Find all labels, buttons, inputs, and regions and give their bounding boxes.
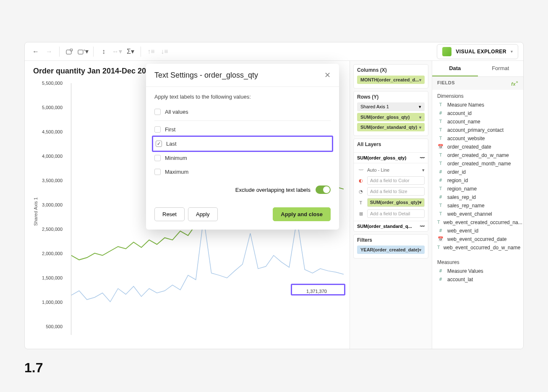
color-icon: ◐	[357, 177, 365, 184]
field-item[interactable]: Taccount_primary_contact	[432, 126, 523, 134]
filter-pill[interactable]: YEAR(order_created_date)▾	[357, 246, 425, 254]
resize-icon[interactable]: ↔▾	[111, 46, 123, 57]
field-label: order_id	[447, 169, 466, 175]
modal-title: Text Settings - order_gloss_qty	[154, 71, 258, 80]
sort-desc-icon[interactable]: ↓≡	[159, 46, 170, 57]
checkbox-last[interactable]: Last	[156, 137, 329, 151]
field-label: web_event_channel	[447, 211, 492, 217]
mark-type-selector[interactable]: 〰Auto - Line▾	[357, 165, 425, 175]
svg-text:×: ×	[84, 49, 85, 52]
tab-format[interactable]: Format	[478, 61, 524, 76]
color-field[interactable]: Add a field to Color	[367, 176, 425, 185]
field-label: account_id	[447, 110, 472, 116]
filters-header: Filters	[357, 237, 425, 243]
field-item[interactable]: Tweb_event_created_occurred_na...	[432, 218, 523, 227]
shared-axis-label[interactable]: Shared Axis 1▾	[357, 102, 425, 111]
data-panel: Data Format FIELDS fx+ Dimensions TMeasu…	[432, 61, 523, 349]
text-field[interactable]: SUM(order_gloss_qty)▾	[367, 198, 425, 207]
number-icon: #	[437, 268, 444, 274]
field-label: sales_rep_id	[447, 194, 476, 200]
checkbox-all-values[interactable]: All values	[154, 105, 331, 119]
field-item[interactable]: Tweb_event_occurred_do_w_name	[432, 243, 523, 252]
field-item[interactable]: TMeasure Names	[432, 101, 523, 109]
checkbox-minimum[interactable]: Minimum	[154, 151, 331, 165]
measures-header: Measures	[432, 256, 523, 267]
checkbox-maximum[interactable]: Maximum	[154, 165, 331, 179]
highlight-last-value	[291, 284, 345, 295]
field-label: web_event_id	[447, 228, 478, 234]
add-panel-icon[interactable]: +	[64, 46, 76, 57]
y-tick: 4,000,000	[42, 154, 63, 159]
text-icon: T	[437, 211, 444, 217]
number-icon: #	[437, 178, 444, 183]
text-icon: T	[437, 245, 440, 250]
modal-subtitle: Apply text labels to the following value…	[154, 94, 331, 100]
text-icon: T	[437, 203, 444, 208]
text-icon: T	[437, 127, 444, 133]
text-icon: T	[437, 119, 444, 124]
field-label: web_event_created_occurred_na...	[444, 220, 522, 225]
field-label: region_id	[447, 178, 468, 183]
field-item[interactable]: Tregion_name	[432, 185, 523, 193]
exclude-overlap-toggle[interactable]	[316, 186, 331, 194]
y-tick: 5,000,000	[42, 105, 63, 110]
reset-button[interactable]: Reset	[154, 207, 185, 221]
apply-button[interactable]: Apply	[188, 207, 218, 221]
rows-pill-gloss[interactable]: SUM(order_gloss_qty)▾	[357, 113, 425, 121]
layer-gloss[interactable]: SUM(order_gloss_qty)〰	[354, 152, 428, 163]
detail-field[interactable]: Add a field to Detail	[367, 209, 425, 218]
toolbar: ← → + ×▾ ↕ ↔▾ Σ▾ ↑≡ ↓≡ VISUAL EXPLORER ▾	[25, 42, 523, 61]
y-tick: 1,500,000	[42, 275, 63, 280]
field-label: account_website	[447, 136, 485, 141]
field-label: account_lat	[447, 277, 473, 282]
layer-standard[interactable]: SUM(order_standard_q...〰	[354, 221, 428, 231]
fields-header: FIELDS	[437, 80, 455, 86]
field-item[interactable]: Taccount_website	[432, 134, 523, 143]
field-label: sales_rep_name	[447, 203, 485, 209]
field-label: web_event_occurred_do_w_name	[444, 245, 520, 251]
field-item[interactable]: #account_lat	[432, 275, 523, 284]
field-item[interactable]: Tsales_rep_name	[432, 201, 523, 210]
field-label: order_created_do_w_name	[447, 152, 509, 158]
y-tick: 5,500,000	[42, 81, 63, 86]
checkbox-first[interactable]: First	[154, 123, 331, 136]
tab-data[interactable]: Data	[432, 61, 478, 76]
y-tick: 500,000	[46, 324, 63, 329]
close-icon[interactable]: ✕	[324, 71, 331, 80]
field-item[interactable]: #sales_rep_id	[432, 193, 523, 201]
field-item[interactable]: 📅order_created_date	[432, 143, 523, 151]
columns-pill[interactable]: MONTH(order_created_d...▾	[357, 76, 425, 84]
sort-asc-icon[interactable]: ↑≡	[145, 46, 157, 57]
back-button[interactable]: ←	[30, 46, 42, 57]
y-tick: 2,000,000	[42, 251, 63, 256]
text-icon: T	[357, 199, 365, 206]
field-item[interactable]: #region_id	[432, 176, 523, 185]
field-item[interactable]: #web_event_id	[432, 227, 523, 235]
field-item[interactable]: Tweb_event_channel	[432, 210, 523, 218]
field-item[interactable]: #account_id	[432, 109, 523, 118]
brand-label: VISUAL EXPLORER	[456, 49, 506, 55]
date-icon: 📅	[437, 144, 444, 149]
brand-selector[interactable]: VISUAL EXPLORER ▾	[437, 44, 518, 59]
field-item[interactable]: 📅web_event_occurred_date	[432, 235, 523, 243]
field-item[interactable]: Torder_created_do_w_name	[432, 151, 523, 159]
add-field-icon[interactable]: fx+	[511, 80, 518, 86]
layers-header: All Layers	[354, 139, 428, 150]
field-item[interactable]: #Measure Values	[432, 267, 523, 275]
swap-axes-icon[interactable]: ↕	[98, 46, 110, 57]
field-item[interactable]: #order_id	[432, 168, 523, 176]
field-item[interactable]: Taccount_name	[432, 118, 523, 126]
field-label: order_created_month_name	[447, 161, 511, 167]
field-item[interactable]: Torder_created_month_name	[432, 159, 523, 168]
remove-panel-icon[interactable]: ×▾	[77, 46, 89, 57]
y-tick: 1,000,000	[42, 300, 63, 305]
size-field[interactable]: Add a field to Size	[367, 187, 425, 196]
forward-button[interactable]: →	[43, 46, 55, 57]
number-icon: #	[437, 228, 444, 233]
apply-close-button[interactable]: Apply and close	[273, 207, 331, 221]
sigma-icon[interactable]: Σ▾	[125, 46, 136, 57]
line-icon: 〰	[420, 224, 425, 229]
rows-header: Rows (Y)	[357, 94, 425, 100]
text-icon: T	[437, 136, 444, 141]
rows-pill-standard[interactable]: SUM(order_standard_qty)▾	[357, 123, 425, 131]
